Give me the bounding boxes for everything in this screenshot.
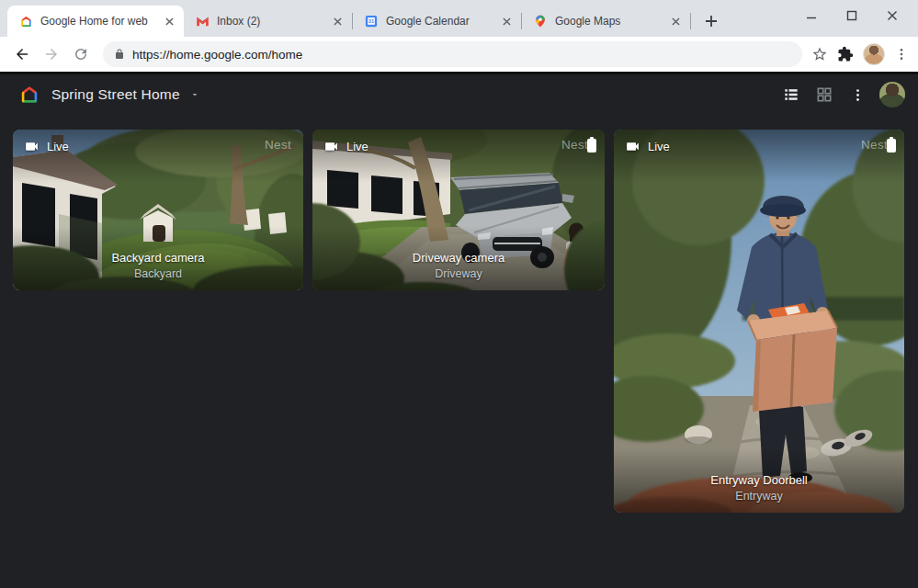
browser-toolbar: https://home.google.com/home [0, 37, 918, 72]
back-button[interactable] [9, 41, 35, 67]
tab-title: Inbox (2) [217, 15, 323, 28]
tab-divider [690, 13, 691, 29]
address-bar[interactable]: https://home.google.com/home [103, 41, 802, 67]
new-tab-button[interactable] [698, 8, 724, 34]
live-label: Live [47, 140, 69, 153]
google-home-logo [18, 84, 40, 106]
tab-google-calendar[interactable]: 31 Google Calendar [353, 6, 521, 37]
reload-button[interactable] [68, 41, 94, 67]
toolbar-right [811, 43, 911, 65]
camera-card-driveway[interactable]: Live Nest Driveway camera Driveway [312, 130, 605, 290]
gmail-favicon [195, 14, 210, 28]
live-badge: Live [323, 139, 368, 154]
maximize-button[interactable] [832, 2, 872, 29]
battery-icon [587, 137, 596, 153]
camera-labels: Entryway Doorbell Entryway [614, 473, 904, 503]
nest-watermark: Nest [561, 138, 588, 152]
google-home-app: Spring Street Home [0, 72, 918, 588]
browser-window: Google Home for web Inbox (2) [0, 0, 918, 588]
live-label: Live [346, 140, 368, 153]
live-label: Live [648, 140, 670, 153]
camera-room: Backyard [13, 267, 303, 280]
app-header: Spring Street Home [0, 74, 918, 115]
tab-strip: Google Home for web Inbox (2) [0, 0, 918, 37]
tab-inbox[interactable]: Inbox (2) [184, 6, 352, 37]
browser-menu-kebab-icon[interactable] [894, 47, 909, 62]
home-name[interactable]: Spring Street Home [51, 86, 180, 103]
forward-button[interactable] [39, 41, 64, 67]
tab-title: Google Home for web [40, 15, 154, 28]
tab-title: Google Maps [555, 15, 661, 28]
list-view-button[interactable] [775, 78, 808, 111]
extensions-icon[interactable] [837, 46, 854, 62]
entryway-video-frame [614, 130, 904, 513]
minimize-button[interactable] [791, 2, 832, 29]
camera-room: Entryway [614, 490, 904, 503]
grid-view-button[interactable] [808, 78, 841, 111]
battery-icon [887, 137, 896, 153]
url-text: https://home.google.com/home [132, 48, 302, 62]
close-window-button[interactable] [872, 2, 912, 29]
close-icon[interactable] [162, 14, 176, 28]
camera-card-entryway[interactable]: Live Nest Entryway Doorbell Entryway [614, 130, 904, 513]
home-switcher-caret-icon[interactable] [189, 89, 200, 100]
live-badge: Live [625, 139, 670, 154]
google-calendar-favicon: 31 [364, 14, 379, 28]
camera-room: Driveway [312, 267, 605, 280]
app-menu-kebab-icon[interactable] [841, 78, 874, 111]
tab-title: Google Calendar [386, 15, 492, 28]
camera-name: Driveway camera [312, 251, 605, 265]
window-controls [791, 0, 912, 31]
camera-name: Entryway Doorbell [614, 473, 904, 487]
videocam-icon [625, 139, 640, 154]
tab-google-maps[interactable]: Google Maps [522, 6, 690, 37]
nest-watermark: Nest [861, 138, 888, 152]
videocam-icon [24, 139, 40, 154]
camera-name: Backyard camera [13, 251, 303, 265]
camera-grid: Live Nest Backyard camera Backyard [0, 115, 918, 588]
close-icon[interactable] [330, 14, 345, 28]
camera-card-backyard[interactable]: Live Nest Backyard camera Backyard [13, 130, 303, 290]
google-home-favicon [18, 14, 33, 28]
account-avatar[interactable] [879, 82, 905, 107]
nest-watermark: Nest [265, 138, 291, 152]
browser-profile-avatar[interactable] [863, 43, 885, 65]
videocam-icon [323, 139, 339, 154]
camera-labels: Driveway camera Driveway [312, 251, 605, 280]
close-icon[interactable] [668, 14, 683, 28]
bookmark-star-icon[interactable] [811, 46, 828, 62]
camera-labels: Backyard camera Backyard [13, 251, 303, 280]
svg-text:31: 31 [368, 18, 375, 24]
lock-icon [114, 48, 125, 61]
live-badge: Live [24, 139, 69, 154]
tab-google-home[interactable]: Google Home for web [7, 6, 184, 37]
google-maps-favicon [533, 14, 548, 28]
close-icon[interactable] [499, 14, 514, 28]
